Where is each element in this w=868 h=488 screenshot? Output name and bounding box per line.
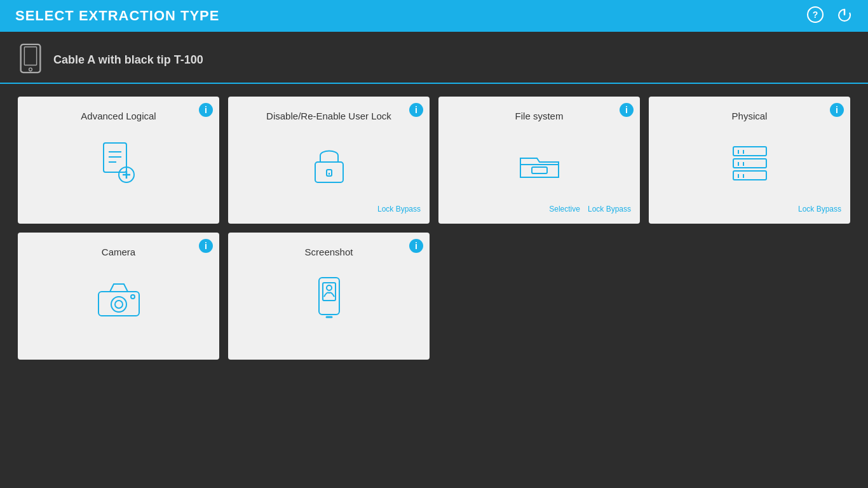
tag-lock-bypass: Lock Bypass [588, 205, 631, 217]
svg-point-28 [111, 297, 126, 312]
card-icon-advanced-logical [93, 121, 144, 205]
tag-lock-bypass: Lock Bypass [377, 205, 421, 217]
card-title-screenshot: Screenshot [305, 247, 353, 257]
info-icon-screenshot[interactable]: i [409, 239, 423, 253]
card-title-file-system: File system [515, 111, 564, 121]
info-icon-advanced-logical[interactable]: i [199, 103, 213, 117]
info-icon-file-system[interactable]: i [620, 103, 634, 117]
card-icon-physical [724, 121, 775, 205]
header-icons: ? [807, 6, 853, 25]
card-title-disable-re-enable-user-lock: Disable/Re-Enable User Lock [266, 111, 391, 121]
card-icon-file-system [514, 121, 565, 205]
svg-point-29 [115, 301, 123, 308]
power-icon[interactable] [836, 6, 853, 25]
card-icon-screenshot [304, 257, 355, 341]
info-icon-disable-re-enable-user-lock[interactable]: i [409, 103, 423, 117]
device-name: Cable A with black tip T-100 [53, 53, 203, 67]
svg-rect-5 [24, 47, 36, 65]
card-tags-physical: Lock Bypass [658, 205, 841, 217]
card-disable-re-enable-user-lock[interactable]: iDisable/Re-Enable User Lock Lock Bypass [228, 97, 430, 224]
card-tags-camera [27, 341, 210, 353]
svg-rect-17 [532, 167, 547, 173]
header: SELECT EXTRACTION TYPE ? [0, 0, 868, 32]
card-tags-file-system: SelectiveLock Bypass [447, 205, 631, 217]
svg-point-6 [29, 68, 32, 71]
page-title: SELECT EXTRACTION TYPE [15, 8, 219, 24]
svg-text:?: ? [813, 10, 818, 20]
info-icon-camera[interactable]: i [199, 239, 213, 253]
card-physical[interactable]: iPhysical Lock Bypass [649, 97, 850, 224]
device-bar: Cable A with black tip T-100 [0, 32, 868, 84]
card-tags-disable-re-enable-user-lock: Lock Bypass [237, 205, 421, 217]
card-icon-camera [93, 257, 144, 341]
card-title-camera: Camera [102, 247, 135, 257]
svg-point-30 [131, 295, 135, 299]
tag-lock-bypass: Lock Bypass [798, 205, 841, 217]
card-screenshot[interactable]: iScreenshot [228, 233, 430, 360]
device-icon [18, 43, 43, 76]
card-title-physical: Physical [732, 111, 768, 121]
help-icon[interactable]: ? [807, 6, 824, 25]
info-icon-physical[interactable]: i [830, 103, 844, 117]
card-file-system[interactable]: iFile system SelectiveLock Bypass [438, 97, 640, 224]
card-camera[interactable]: iCamera [18, 233, 219, 360]
svg-point-33 [327, 285, 332, 290]
card-tags-advanced-logical [27, 205, 210, 217]
card-title-advanced-logical: Advanced Logical [81, 111, 156, 121]
card-tags-screenshot [237, 341, 421, 353]
svg-rect-14 [315, 162, 343, 182]
tag-selective: Selective [549, 205, 580, 217]
card-advanced-logical[interactable]: iAdvanced Logical [18, 97, 219, 224]
card-icon-disable-re-enable-user-lock [304, 121, 355, 205]
cards-container: iAdvanced Logical iDisable/Re-Enable Use… [0, 90, 868, 366]
